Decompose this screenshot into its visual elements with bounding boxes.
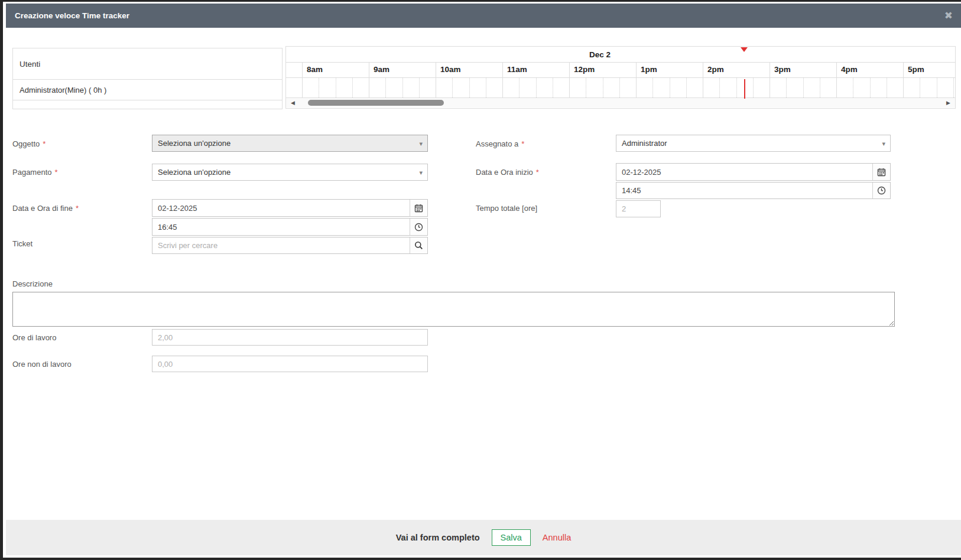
start-date-group: [616, 163, 891, 181]
end-date-group: [152, 199, 428, 217]
hour-label: 12pm: [569, 63, 636, 77]
hour-label: 11am: [502, 63, 569, 77]
grid-hour-cell[interactable]: [770, 78, 836, 97]
page: { "modal": { "title": "Creazione veloce …: [0, 0, 961, 560]
current-time-line: [744, 79, 745, 99]
hour-label: 10am: [436, 63, 502, 77]
data-inizio-label: Data e Ora inizio*: [476, 168, 539, 177]
scheduler-users-panel: Utenti Administrator(Mine) ( 0h ): [12, 48, 283, 109]
calendar-icon[interactable]: [410, 200, 427, 216]
oggetto-label: Oggetto*: [12, 139, 46, 148]
grid-hour-cell[interactable]: [369, 78, 436, 97]
grid-hour-cell[interactable]: [302, 78, 369, 97]
descrizione-textarea[interactable]: [12, 292, 895, 327]
modal-footer: Vai al form completo Salva Annulla: [6, 520, 961, 555]
current-time-marker-icon: [741, 47, 748, 52]
search-icon[interactable]: [410, 237, 427, 253]
required-asterisk: *: [76, 204, 79, 213]
timeline-grid: [286, 78, 955, 98]
ticket-search-group: [152, 237, 428, 254]
scheduler-timeline: Dec 2 8am 9am 10am 11am 12pm 1pm 2pm 3pm…: [285, 46, 956, 109]
grid-sliver: [286, 78, 302, 97]
grid-hour-cell[interactable]: [903, 78, 955, 97]
hour-label: 3pm: [770, 63, 836, 77]
quick-create-modal: Creazione veloce Time tracker ✖ Utenti A…: [3, 2, 961, 558]
hour-label: 5pm: [903, 63, 955, 77]
grid-hour-cell[interactable]: [703, 78, 770, 97]
timeline-hour-header: 8am 9am 10am 11am 12pm 1pm 2pm 3pm 4pm 5…: [286, 63, 955, 78]
cancel-button[interactable]: Annulla: [543, 533, 571, 542]
close-icon[interactable]: ✖: [944, 4, 953, 28]
users-column-header: Utenti: [13, 48, 282, 80]
dropdown-arrow-icon: ▾: [419, 140, 423, 148]
assegnato-select[interactable]: Administrator ▾: [616, 135, 891, 152]
required-asterisk: *: [521, 139, 524, 148]
dropdown-arrow-icon: ▾: [882, 140, 885, 148]
end-time-group: [152, 218, 428, 236]
timeline-horizontal-scrollbar[interactable]: ◀ ▶: [286, 98, 955, 108]
required-asterisk: *: [55, 168, 58, 177]
hour-label: 1pm: [636, 63, 703, 77]
grid-hour-cell[interactable]: [436, 78, 502, 97]
grid-hour-cell[interactable]: [636, 78, 703, 97]
dropdown-arrow-icon: ▾: [419, 169, 423, 177]
hour-label: 9am: [369, 63, 436, 77]
full-form-link[interactable]: Vai al form completo: [396, 533, 480, 542]
required-asterisk: *: [43, 139, 46, 148]
descrizione-label: Descrizione: [12, 279, 53, 288]
ore-lavoro-input[interactable]: [152, 329, 428, 346]
clock-icon[interactable]: [410, 219, 427, 235]
grid-hour-cell[interactable]: [569, 78, 636, 97]
timeline-day-header: Dec 2: [286, 47, 955, 63]
ore-lavoro-label: Ore di lavoro: [12, 333, 56, 342]
ticket-search-input[interactable]: [152, 237, 410, 253]
tempo-totale-input[interactable]: [616, 200, 661, 217]
data-fine-label: Data e Ora di fine*: [12, 204, 79, 213]
save-button[interactable]: Salva: [492, 529, 531, 546]
oggetto-select[interactable]: Seleziona un'opzione ▾: [152, 135, 428, 152]
scrollbar-thumb[interactable]: [308, 100, 444, 106]
scroll-left-icon[interactable]: ◀: [291, 99, 295, 107]
grid-hour-cell[interactable]: [836, 78, 903, 97]
grid-hour-cell[interactable]: [502, 78, 569, 97]
required-asterisk: *: [536, 168, 539, 177]
modal-title: Creazione veloce Time tracker: [6, 11, 129, 20]
modal-header: Creazione veloce Time tracker ✖: [6, 4, 961, 28]
scroll-right-icon[interactable]: ▶: [946, 99, 950, 107]
calendar-icon[interactable]: [872, 164, 890, 180]
hour-label: 4pm: [836, 63, 903, 77]
ore-non-lavoro-label: Ore non di lavoro: [12, 360, 72, 369]
ore-non-lavoro-input[interactable]: [152, 356, 428, 372]
assegnato-label: Assegnato a*: [476, 139, 524, 148]
pagamento-select[interactable]: Seleziona un'opzione ▾: [152, 164, 428, 181]
start-time-group: [616, 182, 891, 199]
end-date-input[interactable]: [152, 200, 410, 216]
hour-sliver: [286, 63, 302, 77]
hour-label: 2pm: [703, 63, 770, 77]
start-date-input[interactable]: [616, 164, 872, 180]
clock-icon[interactable]: [872, 183, 890, 198]
tempo-totale-label: Tempo totale [ore]: [476, 204, 537, 213]
end-time-input[interactable]: [152, 219, 410, 235]
start-time-input[interactable]: [616, 183, 872, 198]
ticket-label: Ticket: [12, 239, 33, 248]
scheduler-user-row: Administrator(Mine) ( 0h ): [13, 80, 282, 100]
pagamento-label: Pagamento*: [12, 168, 58, 177]
hour-label: 8am: [302, 63, 369, 77]
